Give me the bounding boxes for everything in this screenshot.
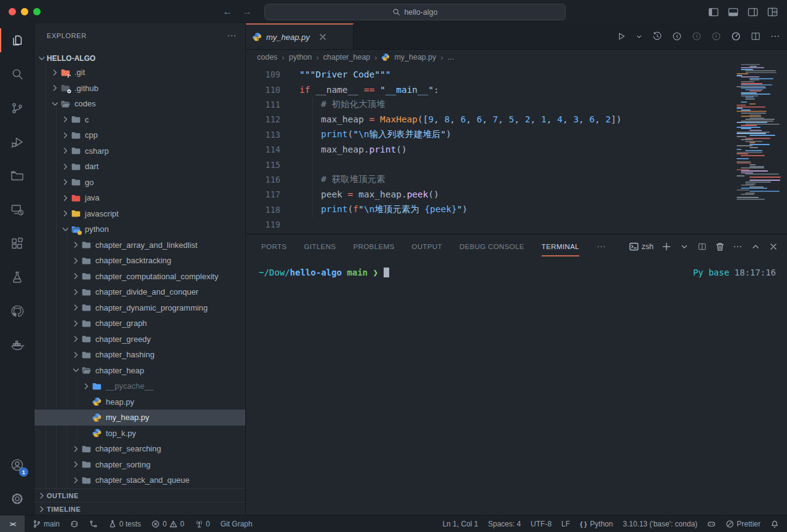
panel-tab-gitlens[interactable]: GITLENS	[304, 234, 336, 259]
tree-item-chapter-array-and-linkedlist[interactable]: chapter_array_and_linkedlist	[34, 237, 245, 253]
panel-tab-problems[interactable]: PROBLEMS	[353, 234, 394, 259]
status-right-python[interactable]: { }Python	[580, 520, 613, 528]
status-left-main[interactable]: main	[33, 520, 60, 528]
tree-item-heap-py[interactable]: heap.py	[34, 394, 245, 410]
activity-search[interactable]	[0, 57, 34, 91]
breadcrumb-4[interactable]: my_heap.py	[394, 53, 436, 62]
timeline-section[interactable]: TIMELINE	[34, 502, 245, 515]
run-dropdown-icon[interactable]	[635, 33, 643, 41]
status-right-lf[interactable]: LF	[561, 520, 570, 528]
tree-item--github[interactable]: .github	[34, 81, 245, 97]
tree-item-chapter-searching[interactable]: chapter_searching	[34, 441, 245, 457]
panel-tab-debug-console[interactable]: DEBUG CONSOLE	[459, 234, 524, 259]
minimap[interactable]	[735, 64, 780, 212]
forward-arrow-icon[interactable]: →	[242, 6, 252, 17]
tree-item--git[interactable]: .git	[34, 65, 245, 81]
panel-more-tabs-icon[interactable]: ⋯	[596, 234, 606, 259]
status-right-utf-8[interactable]: UTF-8	[531, 520, 552, 528]
status-right-3-10-13-base-conda-[interactable]: 3.10.13 ('base': conda)	[623, 520, 697, 528]
activity-docker[interactable]	[0, 328, 34, 362]
timer-icon[interactable]	[730, 31, 742, 42]
tree-item-chapter-stack-and-queue[interactable]: chapter_stack_and_queue	[34, 472, 245, 488]
tree-item-csharp[interactable]: csharp	[34, 143, 245, 159]
window-minimize-button[interactable]	[21, 8, 28, 15]
remote-indicator[interactable]: ><	[0, 515, 25, 532]
tree-item-chapter-graph[interactable]: chapter_graph	[34, 316, 245, 332]
tab-my-heap-py[interactable]: my_heap.py	[246, 23, 354, 49]
status-left-git-graph[interactable]: Git Graph	[220, 520, 252, 528]
tree-item-chapter-backtracking[interactable]: chapter_backtracking	[34, 253, 245, 269]
tree-item-cpp[interactable]: cpp	[34, 127, 245, 143]
previous-change-icon[interactable]	[691, 31, 702, 42]
kill-terminal-icon[interactable]	[715, 242, 725, 252]
tree-item-java[interactable]: java	[34, 190, 245, 206]
breadcrumb-1[interactable]: codes	[257, 53, 277, 62]
more-actions-icon[interactable]: ⋯	[770, 31, 781, 42]
status-right-bell[interactable]	[770, 520, 779, 528]
tree-item-top-k-py[interactable]: top_k.py	[34, 426, 245, 442]
terminal-more-icon[interactable]: ⋯	[733, 242, 743, 252]
outline-section[interactable]: OUTLINE	[34, 488, 245, 502]
activity-explorer[interactable]	[0, 23, 34, 57]
panel-tab-terminal[interactable]: TERMINAL	[542, 234, 579, 259]
activity-remote-explorer[interactable]	[0, 193, 34, 226]
split-editor-icon[interactable]	[750, 31, 761, 42]
tree-item-dart[interactable]: dart	[34, 159, 245, 175]
tree-root-hello-algo[interactable]: HELLO-ALGO	[34, 51, 245, 65]
run-button[interactable]	[615, 31, 627, 42]
window-zoom-button[interactable]	[33, 8, 41, 15]
activity-github[interactable]	[0, 294, 34, 328]
status-right-spaces-4[interactable]: Spaces: 4	[488, 520, 521, 528]
tree-item-codes[interactable]: codes	[34, 96, 245, 112]
next-change-icon[interactable]	[711, 31, 722, 42]
breadcrumb-5[interactable]: ...	[448, 53, 454, 62]
tab-close-icon[interactable]	[318, 32, 328, 42]
terminal-shell-selector[interactable]: zsh	[629, 242, 654, 252]
sidebar-more-actions-icon[interactable]: ⋯	[227, 30, 237, 41]
tree-item-chapter-heap[interactable]: chapter_heap	[34, 363, 245, 379]
tree-item--pycache-[interactable]: __pycache__	[34, 378, 245, 394]
tree-item-chapter-divide-and-conquer[interactable]: chapter_divide_and_conquer	[34, 284, 245, 300]
toggle-secondary-sidebar-icon[interactable]	[747, 6, 759, 18]
terminal[interactable]: ~/Dow/hello-algo main ❯ Py base 18:17:16	[246, 259, 787, 515]
status-right-ln-1-col-1[interactable]: Ln 1, Col 1	[443, 520, 478, 528]
activity-testing[interactable]	[0, 260, 34, 294]
close-panel-icon[interactable]	[769, 242, 778, 252]
split-terminal-icon[interactable]	[697, 242, 707, 252]
activity-accounts[interactable]: 1	[0, 448, 34, 482]
tree-item-my-heap-py[interactable]: my_heap.py	[34, 410, 245, 426]
panel-tab-ports[interactable]: PORTS	[261, 234, 287, 259]
activity-run-debug[interactable]	[0, 125, 34, 159]
history-icon[interactable]	[652, 31, 663, 42]
tree-item-javascript[interactable]: JSjavascript	[34, 206, 245, 222]
tree-item-go[interactable]: go	[34, 175, 245, 191]
compare-changes-icon[interactable]	[671, 31, 682, 42]
tree-item-python[interactable]: python	[34, 221, 245, 237]
status-left-0[interactable]: 00	[151, 520, 184, 528]
status-left-0[interactable]: 0	[195, 520, 210, 528]
back-arrow-icon[interactable]: ←	[223, 6, 232, 17]
tree-item-chapter-computational-complexity[interactable]: chapter_computational_complexity	[34, 269, 245, 285]
activity-source-control[interactable]	[0, 91, 34, 125]
command-center-search[interactable]: hello-algo	[264, 4, 566, 20]
activity-extensions[interactable]	[0, 226, 34, 260]
activity-settings[interactable]	[0, 482, 34, 515]
status-left-0-tests[interactable]: 0 tests	[108, 520, 141, 528]
window-close-button[interactable]	[9, 8, 16, 15]
tree-item-chapter-sorting[interactable]: chapter_sorting	[34, 457, 245, 473]
breadcrumb-3[interactable]: chapter_heap	[323, 53, 370, 62]
status-left-git-graph[interactable]	[89, 520, 98, 528]
status-right-prettier[interactable]: Prettier	[726, 520, 761, 528]
terminal-dropdown-icon[interactable]	[679, 242, 689, 252]
maximize-panel-icon[interactable]	[751, 242, 761, 252]
tree-item-c[interactable]: c	[34, 112, 245, 128]
tree-item-chapter-hashing[interactable]: chapter_hashing	[34, 347, 245, 363]
new-terminal-icon[interactable]	[662, 242, 671, 252]
breadcrumb-2[interactable]: python	[289, 53, 312, 62]
status-right-copilot[interactable]	[707, 520, 716, 528]
tree-item-chapter-dynamic-programming[interactable]: chapter_dynamic_programming	[34, 300, 245, 316]
status-left-sync[interactable]	[70, 520, 79, 528]
panel-tab-output[interactable]: OUTPUT	[412, 234, 443, 259]
toggle-primary-sidebar-icon[interactable]	[708, 6, 719, 18]
tree-item-chapter-greedy[interactable]: chapter_greedy	[34, 332, 245, 347]
